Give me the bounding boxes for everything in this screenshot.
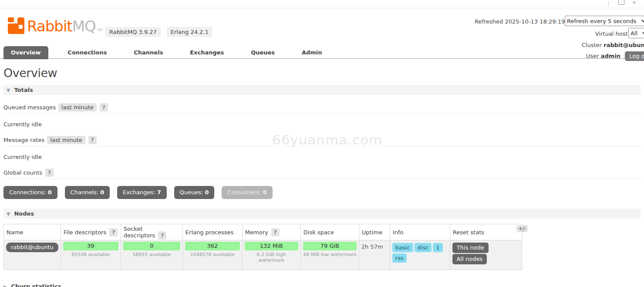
column-toggle-button[interactable]: +/- [516,225,528,232]
rates-idle-status: Currently idle [3,154,641,160]
info-tag-disc[interactable]: disc [415,243,432,252]
exchanges-count-badge[interactable]: Exchanges:7 [117,186,167,199]
col-reset-stats: Reset stats [450,224,522,240]
disk-meter: 79 GiB [303,242,357,250]
refresh-interval-select[interactable]: Refresh every 5 seconds [565,16,644,26]
col-uptime: Uptime [359,224,390,240]
collapse-arrow-icon: ▼ [7,211,10,217]
channels-count-badge[interactable]: Channels:0 [65,186,110,199]
fd-meter: 39 [63,242,118,250]
collapse-arrow-icon: ▼ [7,88,10,93]
col-info: Info [390,224,450,240]
col-erlang-processes: Erlang processes [182,224,242,240]
brand-text: RabbitMQ [27,17,96,35]
disk-cell: 79 GiB 48 MiB low watermark [300,240,359,270]
rate-window-tag[interactable]: last minute [58,103,96,111]
section-totals[interactable]: ▼Totals [3,85,641,95]
window-maximize-icon[interactable] [618,0,624,5]
window-divider-fragment [608,1,609,6]
reset-this-node-button[interactable]: This node [452,243,489,253]
tab-connections[interactable]: Connections [60,46,114,59]
browser-chrome-strip [0,0,644,8]
site-watermark: 66yuanma.com [272,132,382,148]
info-tag-rss[interactable]: rss [392,253,407,263]
section-churn-statistics[interactable]: ▶Churn statistics [3,283,641,287]
proc-meter: 362 [185,242,240,250]
section-nodes[interactable]: ▼Nodes [3,209,641,219]
help-icon[interactable]: ? [100,103,108,111]
consumers-count-badge: Consumers:0 [222,186,273,199]
tab-exchanges[interactable]: Exchanges [182,46,231,59]
version-badges: RabbitMQ 3.9.27 Erlang 24.2.1 [105,27,217,37]
queued-messages-heading: Queued messageslast minute? [3,104,641,114]
tab-admin[interactable]: Admin [294,46,330,59]
queued-idle-status: Currently idle [3,121,641,128]
info-cell: basicdisc1rss [390,240,450,270]
main-nav-tabs: Overview Connections Channels Exchanges … [3,46,644,59]
fd-available: 65536 available [63,252,118,257]
uptime-cell: 2h 57m [359,240,390,270]
sd-available: 58893 available [123,252,180,257]
page-title: Overview [3,66,641,80]
node-row: rabbit@ubuntu 39 65536 available 0 58893… [4,240,522,270]
memory-watermark: 6.2 GiB high watermark [245,252,298,263]
help-icon[interactable]: ? [158,231,166,240]
nodes-header-row: Name File descriptors? Socket descriptor… [4,224,522,240]
help-icon[interactable]: ? [271,228,280,236]
main-content: Overview ▼Totals Queued messageslast min… [3,66,641,287]
virtual-host-select[interactable]: All [628,28,644,38]
tab-channels[interactable]: Channels [126,46,170,59]
rabbitmq-logo: RabbitMQ TM [8,17,102,35]
memory-cell: 132 MiB 6.2 GiB high watermark [242,240,300,270]
sd-meter: 0 [123,242,180,250]
disk-watermark: 48 MiB low watermark [303,252,357,257]
refreshed-timestamp: Refreshed 2025-10-13 18:29:19 [475,18,565,25]
col-name: Name [4,224,61,240]
proc-available: 1048576 available [185,252,240,257]
reset-all-nodes-button[interactable]: All nodes [452,254,487,264]
reset-stats-cell: This nodeAll nodes [450,240,522,270]
info-tag-basic[interactable]: basic [392,243,413,252]
sd-cell: 0 58893 available [121,240,182,270]
rabbitmq-version-badge: RabbitMQ 3.9.27 [105,27,161,37]
collapsed-arrow-icon: ▶ [3,284,7,287]
tab-queues[interactable]: Queues [243,46,282,59]
erlang-version-badge: Erlang 24.2.1 [167,27,212,37]
queues-count-badge[interactable]: Queues:0 [174,186,215,199]
trademark-label: TM [97,28,102,32]
memory-meter: 132 MiB [245,242,298,250]
nodes-table: Name File descriptors? Socket descriptor… [3,224,522,270]
global-count-badges: Connections:0 Channels:0 Exchanges:7 Que… [3,186,641,199]
help-icon[interactable]: ? [109,228,118,236]
rabbitmq-logo-icon [8,17,24,35]
col-socket-descriptors: Socket descriptors? [121,224,182,240]
connections-count-badge[interactable]: Connections:0 [3,186,57,199]
fd-cell: 39 65536 available [61,240,121,270]
node-name-badge[interactable]: rabbit@ubuntu [6,243,58,252]
nodes-table-wrap: Name File descriptors? Socket descriptor… [3,224,641,270]
node-name-cell: rabbit@ubuntu [4,240,61,270]
info-tag-1[interactable]: 1 [433,243,442,252]
help-icon[interactable]: ? [45,169,54,177]
col-disk-space: Disk space [300,224,359,240]
proc-cell: 362 1048576 available [182,240,242,270]
col-file-descriptors: File descriptors? [61,224,121,240]
tab-overview[interactable]: Overview [3,46,48,59]
window-close-icon[interactable]: × [632,0,637,5]
virtual-host-label: Virtual host [595,30,628,37]
col-memory: Memory? [242,224,300,240]
rate-window-tag[interactable]: last minute [47,136,85,144]
help-icon[interactable]: ? [88,136,97,144]
global-counts-heading: Global counts? [3,169,641,179]
